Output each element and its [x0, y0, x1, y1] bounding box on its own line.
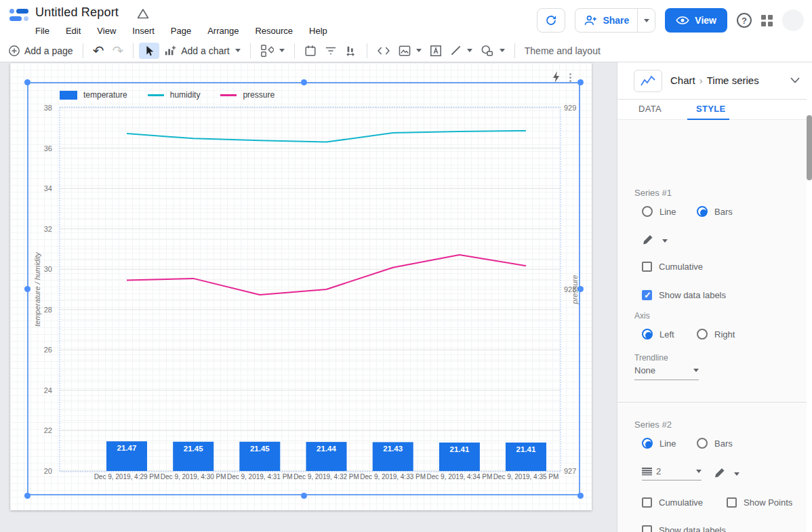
menu-file[interactable]: File [34, 24, 58, 39]
series1-bars-radio[interactable] [697, 206, 708, 217]
quick-actions-bolt-icon[interactable] [550, 71, 563, 83]
breadcrumb-subtype[interactable]: Time series [707, 75, 759, 86]
resize-handle-top-mid[interactable] [301, 79, 307, 85]
chevron-down-icon [734, 472, 739, 476]
apps-grid-icon[interactable] [761, 15, 773, 26]
series1-trendline-dropdown[interactable]: None [634, 365, 699, 380]
report-title[interactable]: Untitled Report [35, 5, 119, 20]
resize-handle-bottom-mid[interactable] [301, 493, 307, 499]
series2-cumulative-row: Cumulative Show Points [642, 497, 792, 508]
line-button[interactable] [446, 43, 476, 58]
chevron-down-icon [500, 49, 505, 52]
legend-swatch [220, 94, 237, 96]
line-icon [450, 45, 462, 56]
theme-and-layout-button[interactable]: Theme and layout [521, 43, 605, 58]
add-chart-button[interactable]: Add a chart [159, 43, 245, 59]
legend-label: pressure [243, 90, 275, 100]
add-chart-icon [163, 45, 177, 57]
series1-cumulative-row: Cumulative [642, 262, 703, 272]
image-button[interactable] [394, 43, 426, 58]
resize-handle-top-right[interactable] [577, 79, 584, 85]
breadcrumb: Chart›Time series [670, 75, 759, 86]
series1-axis-left-radio[interactable] [642, 329, 653, 340]
svg-text:34: 34 [44, 184, 52, 192]
resize-handle-right-mid[interactable] [577, 286, 584, 292]
series2-color-picker[interactable] [714, 466, 739, 481]
menu-help[interactable]: Help [308, 24, 336, 39]
panel-scrollbar-track[interactable] [807, 62, 812, 532]
menu-view[interactable]: View [96, 24, 124, 39]
series2-bars-label: Bars [714, 438, 733, 449]
code-icon [377, 45, 390, 56]
data-studio-logo-icon[interactable] [9, 7, 28, 24]
add-page-button[interactable]: Add a page [4, 43, 77, 59]
help-icon[interactable] [737, 13, 752, 28]
series2-bars-radio[interactable] [697, 438, 708, 449]
series2-show-data-labels-checkbox[interactable] [642, 525, 652, 532]
refresh-data-button[interactable] [537, 8, 565, 33]
add-page-label: Add a page [24, 45, 73, 56]
date-range-control-button[interactable] [300, 43, 321, 59]
menu-page[interactable]: Page [169, 24, 199, 39]
report-page[interactable]: 20222426283032343638929928927temperature… [10, 63, 592, 510]
style-panel-body: Series #1 Line Bars [617, 120, 812, 532]
embed-url-button[interactable] [373, 43, 394, 58]
resize-handle-left-mid[interactable] [24, 286, 31, 292]
series2-heading: Series #2 [634, 420, 672, 430]
breadcrumb-chart[interactable]: Chart [670, 75, 695, 86]
panel-scrollbar-thumb[interactable] [807, 115, 812, 180]
add-chart-label: Add a chart [181, 45, 230, 56]
menu-arrange[interactable]: Arrange [206, 24, 247, 39]
series2-line-weight-dropdown[interactable]: 2 [642, 466, 702, 480]
share-button-label: Share [603, 15, 629, 26]
report-canvas[interactable]: 20222426283032343638929928927temperature… [0, 62, 617, 532]
undo-button[interactable]: ↶ [89, 43, 108, 58]
redo-button[interactable]: ↷ [108, 43, 127, 58]
avatar[interactable] [782, 9, 804, 31]
menu-insert[interactable]: Insert [131, 24, 163, 39]
series1-datalabels-row: Show data labels [642, 290, 726, 300]
resize-handle-bottom-right[interactable] [577, 493, 584, 499]
chart-type-icon [634, 70, 662, 92]
series1-axis-right-radio[interactable] [697, 329, 708, 340]
text-button[interactable] [426, 43, 446, 59]
undo-icon: ↶ [93, 45, 104, 56]
series1-color-picker[interactable] [642, 232, 668, 248]
select-tool-button[interactable] [139, 43, 159, 59]
series2-show-points-label: Show Points [744, 497, 792, 508]
series2-type-row: Line Bars [642, 438, 733, 449]
chevron-down-icon [693, 369, 699, 372]
filter-control-button[interactable] [321, 43, 341, 58]
edit-toolbar: Add a page ↶ ↷ Add a chart [0, 39, 812, 62]
series2-show-points-checkbox[interactable] [727, 497, 737, 508]
series1-show-data-labels-checkbox[interactable] [642, 290, 652, 300]
share-options-dropdown[interactable] [637, 9, 655, 32]
tab-data[interactable]: DATA [638, 104, 662, 114]
resize-handle-top-left[interactable] [24, 79, 31, 85]
series1-line-radio[interactable] [642, 206, 653, 217]
series1-axis-row: Left Right [642, 329, 735, 340]
series1-cumulative-checkbox[interactable] [642, 262, 652, 272]
time-series-chart[interactable]: 20222426283032343638929928927temperature… [10, 63, 592, 510]
series2-cumulative-checkbox[interactable] [642, 497, 652, 508]
svg-text:36: 36 [44, 144, 52, 152]
chevron-down-icon [235, 49, 241, 52]
share-button[interactable]: Share [575, 8, 655, 33]
view-button[interactable]: View [665, 8, 727, 33]
legend-item-humidity: humidity [148, 90, 201, 100]
collapse-chevron-icon[interactable] [790, 77, 800, 83]
app-header: Untitled Report File Edit View Insert Pa… [0, 0, 812, 39]
menu-edit[interactable]: Edit [64, 24, 89, 39]
tab-style[interactable]: STYLE [696, 104, 725, 114]
chart-menu-kebab-icon[interactable] [566, 71, 574, 83]
data-control-button[interactable] [341, 43, 361, 59]
resize-handle-bottom-left[interactable] [24, 493, 31, 499]
series2-line-radio[interactable] [642, 438, 653, 449]
community-visualizations-button[interactable] [256, 42, 289, 60]
series2-line-label: Line [659, 438, 676, 449]
community-viz-icon [260, 44, 274, 58]
shape-button[interactable] [476, 43, 509, 59]
menu-resource[interactable]: Resource [253, 24, 301, 39]
series1-axis-right-label: Right [714, 329, 735, 340]
svg-text:21.43: 21.43 [383, 445, 403, 453]
